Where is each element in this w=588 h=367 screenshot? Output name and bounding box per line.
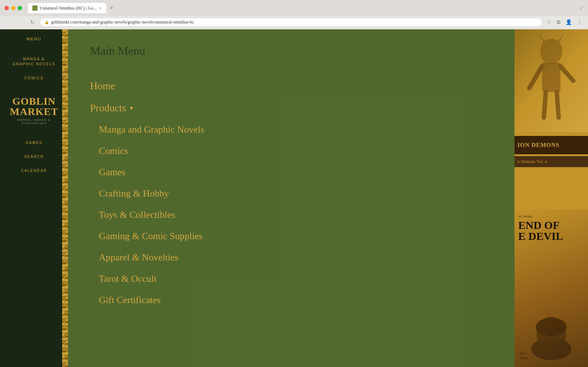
vol-subtitle-area: n Demons Vol. 4 [514, 156, 588, 167]
ss-book-label: ss book [518, 215, 584, 218]
fullscreen-button[interactable] [18, 6, 22, 10]
submenu-apparel-novelties[interactable]: Apparel & Novelties [90, 247, 492, 268]
submenu-toys-collectibles[interactable]: Toys & Collectibles [90, 204, 492, 226]
url-text: goblinmkt.com/manga-and-graphic-novels/g… [51, 19, 194, 25]
close-button[interactable] [4, 6, 9, 10]
submenu-manga-graphic-novels[interactable]: Manga and Graphic Novels [90, 119, 492, 140]
menu-icon[interactable]: ⋮ [576, 18, 584, 26]
vine-decoration [62, 29, 68, 367]
navigation-bar: ‹ › ↻ 🔒 goblinmkt.com/manga-and-graphic-… [0, 16, 588, 29]
sidebar-item-search[interactable]: Search [24, 150, 44, 164]
end-of-devil-content: ss book END OF E DEVIL [514, 209, 588, 247]
active-tab[interactable]: G Unnatural Omnibus (HC) | Go... ✕ [28, 3, 106, 13]
tab-close-button[interactable]: ✕ [99, 6, 102, 10]
menu-divider [90, 64, 492, 64]
traffic-lights [4, 6, 22, 10]
svg-point-14 [544, 333, 548, 337]
svg-point-15 [555, 333, 559, 337]
sidebar-item-manga-graphic-novels[interactable]: Manga & Graphic Novels [12, 52, 55, 71]
submenu-crafting-hobby[interactable]: Crafting & Hobby [90, 183, 492, 204]
lock-icon: 🔒 [44, 20, 49, 24]
window-controls-right: ⤢ [579, 5, 584, 11]
menu-item-products[interactable]: Products ▾ [90, 97, 492, 119]
minimize-button[interactable] [11, 6, 15, 10]
right-panel: ION DEMONS n Demons Vol. 4 ss book END O… [514, 29, 588, 367]
titlebar: G Unnatural Omnibus (HC) | Go... ✕ + ⤢ [0, 0, 588, 16]
author-name: ker illips [520, 351, 528, 360]
logo-text-line1: Goblin [7, 96, 61, 107]
sidebar: Menu Manga & Graphic Novels Comics Gobli… [0, 29, 68, 367]
products-label: Products [90, 102, 126, 114]
svg-line-8 [560, 66, 573, 81]
sidebar-item-games[interactable]: Games [25, 136, 42, 150]
nav-actions: ☆ ⧉ 👤 ⋮ [545, 18, 584, 26]
sidebar-item-calendar[interactable]: Calendar [21, 164, 47, 178]
account-icon[interactable]: 👤 [564, 18, 573, 26]
author-area: ker illips [518, 316, 584, 361]
svg-line-7 [529, 66, 542, 88]
svg-rect-4 [62, 29, 68, 367]
ion-demons-title: ION DEMONS [517, 142, 559, 148]
browser-chrome: G Unnatural Omnibus (HC) | Go... ✕ + ⤢ ‹… [0, 0, 588, 29]
address-bar[interactable]: 🔒 goblinmkt.com/manga-and-graphic-novels… [40, 18, 542, 27]
logo-subtitle: Manga, Games & Curiosities [7, 118, 61, 125]
forward-button[interactable]: › [16, 18, 25, 27]
submenu-tarot-occult[interactable]: Tarot & Occult [90, 268, 492, 289]
tab-title: Unnatural Omnibus (HC) | Go... [40, 6, 97, 11]
tab-bar: G Unnatural Omnibus (HC) | Go... ✕ + [28, 3, 576, 13]
main-content: Main Menu Home Products ▾ Manga and Grap… [68, 29, 514, 367]
submenu-gaming-comic-supplies[interactable]: Gaming & Comic Supplies [90, 226, 492, 247]
back-button[interactable]: ‹ [4, 18, 13, 27]
sidebar-menu-label: Menu [26, 37, 41, 41]
reload-button[interactable]: ↻ [28, 18, 37, 27]
vol-subtitle: n Demons Vol. 4 [517, 159, 547, 165]
page-wrapper: Menu Manga & Graphic Novels Comics Gobli… [0, 29, 588, 367]
dropdown-arrow-icon: ▾ [130, 104, 133, 112]
main-menu-title: Main Menu [90, 44, 492, 58]
submenu-games[interactable]: Games [90, 162, 492, 183]
ion-demons-title-area: ION DEMONS [514, 136, 588, 154]
product-image-1 [514, 29, 588, 132]
resize-icon: ⤢ [579, 5, 584, 11]
logo-text-line2: Market [7, 107, 61, 117]
svg-rect-6 [542, 62, 560, 92]
submenu-gift-certificates[interactable]: Gift Certificates [90, 289, 492, 311]
svg-line-9 [544, 92, 546, 118]
sidebar-logo: Goblin Market Manga, Games & Curiosities [0, 96, 68, 125]
main-menu-overlay: Main Menu Home Products ▾ Manga and Grap… [68, 29, 514, 367]
new-tab-button[interactable]: + [108, 4, 116, 12]
submenu-comics[interactable]: Comics [90, 140, 492, 162]
sidebar-item-comics[interactable]: Comics [25, 71, 44, 85]
bookmark-icon[interactable]: ☆ [545, 18, 553, 26]
svg-line-10 [557, 92, 559, 118]
extensions-icon[interactable]: ⧉ [555, 19, 562, 26]
end-of-devil-title: END OF E DEVIL [518, 220, 584, 242]
svg-point-13 [536, 318, 567, 336]
favicon: G [32, 6, 37, 11]
end-of-devil-area: ss book END OF E DEVIL [514, 209, 588, 367]
menu-item-home[interactable]: Home [90, 75, 492, 97]
svg-point-12 [531, 338, 571, 360]
